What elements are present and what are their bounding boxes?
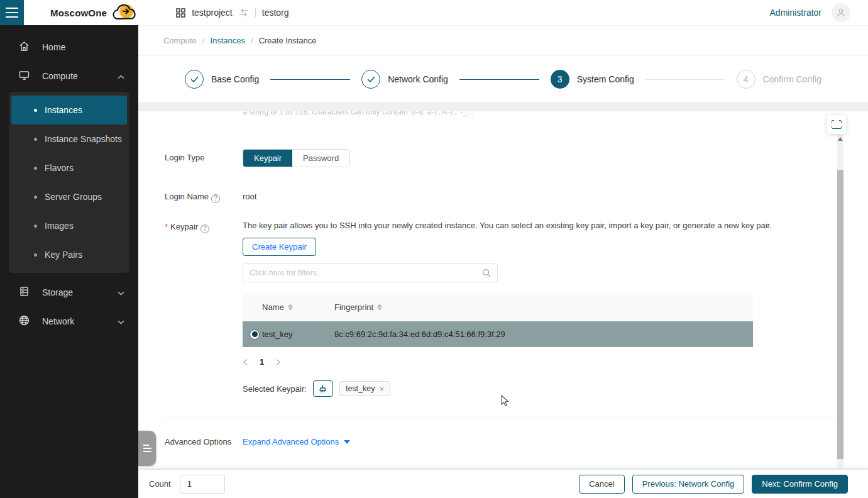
- caret-down-icon: [344, 440, 350, 444]
- sort-icon[interactable]: [288, 304, 293, 311]
- step-confirm-config[interactable]: 4 Confirm Config: [737, 70, 821, 89]
- step-base-config[interactable]: Base Config: [185, 70, 259, 89]
- bullet-icon: [34, 253, 37, 257]
- chevron-down-icon: [118, 287, 124, 297]
- vertical-scrollbar[interactable]: [837, 135, 843, 468]
- count-input[interactable]: [180, 475, 225, 494]
- advanced-options-row: Advanced Options Expand Advanced Options: [165, 433, 830, 447]
- sidebar-item-label: Flavors: [45, 163, 74, 173]
- sidebar: Home Compute Instances Instance Snapshot…: [0, 25, 138, 498]
- sidebar-item-label: Key Pairs: [45, 250, 82, 260]
- project-name[interactable]: testproject: [192, 8, 233, 18]
- sidebar-item-label: Images: [45, 221, 74, 231]
- step-connector: [459, 79, 539, 80]
- collapse-panel-icon: [143, 445, 151, 452]
- hostname-hint-clipped: a string of 1 to 128, characters can onl…: [243, 111, 473, 120]
- bullet-icon: [34, 138, 37, 141]
- login-type-label: Login Type: [165, 149, 243, 167]
- filter-input[interactable]: [250, 268, 482, 277]
- help-icon[interactable]: ?: [201, 224, 209, 233]
- cancel-button[interactable]: Cancel: [579, 475, 624, 494]
- brand: MoscowOne: [50, 3, 140, 23]
- sidebar-item-flavors[interactable]: Flavors: [11, 153, 127, 182]
- tag-label: test_key: [346, 384, 375, 393]
- sidebar-item-home[interactable]: Home: [0, 33, 138, 62]
- step-label: Confirm Config: [763, 74, 821, 84]
- step-label: Base Config: [211, 74, 259, 84]
- keypair-filter: [243, 263, 498, 282]
- next-step-button[interactable]: Next: Confirm Config: [752, 475, 848, 494]
- expand-advanced-options-link[interactable]: Expand Advanced Options: [243, 433, 350, 446]
- sidebar-item-label: Storage: [42, 287, 105, 297]
- switch-project-icon[interactable]: [239, 8, 249, 17]
- compute-submenu: Instances Instance Snapshots Flavors Ser…: [9, 92, 129, 273]
- sidebar-item-compute[interactable]: Compute: [0, 62, 138, 91]
- keypair-label: *Keypair?: [165, 218, 243, 397]
- person-icon: [836, 8, 846, 18]
- sidebar-item-instance-snapshots[interactable]: Instance Snapshots: [11, 124, 127, 153]
- keypair-row: *Keypair? The key pair allows you to SSH…: [165, 218, 830, 397]
- selected-keypair-label: Selected Keypair:: [243, 384, 307, 394]
- breadcrumb-instances-link[interactable]: Instances: [210, 36, 245, 45]
- sidebar-item-instances[interactable]: Instances: [11, 96, 127, 124]
- cloud-logo-icon: [111, 3, 140, 23]
- previous-step-button[interactable]: Previous: Network Config: [632, 475, 745, 494]
- search-icon[interactable]: [482, 268, 491, 277]
- scroll-up-icon[interactable]: [838, 137, 843, 141]
- table-row[interactable]: test_key 8c:c9:69:2c:9d:fa:34:ed:6d:d9:c…: [243, 321, 753, 347]
- compute-icon: [19, 70, 30, 82]
- drawer-handle[interactable]: [138, 431, 156, 466]
- page-number[interactable]: 1: [260, 357, 264, 367]
- step-label: Network Config: [388, 74, 448, 84]
- fullscreen-button[interactable]: [827, 115, 846, 134]
- sidebar-item-label: Instances: [45, 105, 82, 115]
- radio-selected-icon[interactable]: [250, 329, 260, 340]
- create-keypair-button[interactable]: Create Keypair: [243, 238, 316, 256]
- wizard-footer: Count Cancel Previous: Network Config Ne…: [138, 470, 868, 498]
- cell-name: test_key: [262, 329, 334, 339]
- sidebar-item-label: Home: [42, 42, 124, 52]
- brand-name: MoscowOne: [50, 8, 107, 18]
- chevron-up-icon: [118, 71, 124, 81]
- next-page-icon[interactable]: [275, 358, 281, 366]
- scrollbar-thumb[interactable]: [837, 170, 843, 459]
- home-icon: [19, 41, 30, 53]
- sidebar-item-storage[interactable]: Storage: [0, 278, 138, 307]
- breadcrumb: Compute / Instances / Create Instance: [138, 25, 868, 56]
- sidebar-item-label: Server Groups: [45, 192, 102, 202]
- avatar[interactable]: [832, 3, 850, 22]
- step-system-config[interactable]: 3 System Config: [551, 70, 634, 89]
- table-header: Name Fingerprint: [243, 293, 753, 321]
- help-icon[interactable]: ?: [211, 194, 220, 203]
- column-fingerprint: Fingerprint: [334, 302, 373, 312]
- check-icon: [185, 70, 204, 89]
- step-network-config[interactable]: Network Config: [361, 70, 448, 89]
- sidebar-item-network[interactable]: Network: [0, 307, 138, 336]
- globe-icon: [19, 315, 30, 328]
- sidebar-item-server-groups[interactable]: Server Groups: [11, 182, 127, 211]
- clear-selection-button[interactable]: [313, 380, 333, 397]
- hamburger-menu-icon[interactable]: [0, 0, 24, 25]
- prev-page-icon[interactable]: [243, 358, 248, 366]
- step-number: 3: [551, 70, 569, 89]
- chevron-down-icon: [118, 316, 124, 326]
- sidebar-item-label: Instance Snapshots: [45, 134, 122, 144]
- sidebar-item-key-pairs[interactable]: Key Pairs: [11, 240, 127, 269]
- project-switcher: testproject testorg: [176, 8, 288, 18]
- bullet-icon: [34, 196, 37, 199]
- tag-close-icon[interactable]: ×: [379, 384, 384, 394]
- sidebar-item-images[interactable]: Images: [11, 211, 127, 240]
- login-type-password-option[interactable]: Password: [292, 150, 349, 167]
- login-type-keypair-option[interactable]: Keypair: [243, 150, 292, 167]
- create-instance-screen: MoscowOne testproject testorg Administra…: [0, 0, 868, 498]
- selected-keypair-row: Selected Keypair: test_key ×: [243, 380, 830, 397]
- wizard-stepper: Base Config Network Config 3 System Conf…: [138, 56, 868, 102]
- login-type-segmented: Keypair Password: [243, 149, 350, 167]
- divider: [255, 8, 256, 17]
- broom-icon: [318, 384, 327, 394]
- sort-icon[interactable]: [377, 304, 382, 311]
- advanced-options-label: Advanced Options: [165, 433, 243, 447]
- user-role[interactable]: Administrator: [770, 8, 821, 18]
- check-icon: [361, 70, 380, 89]
- cell-fingerprint: 8c:c9:69:2c:9d:fa:34:ed:6d:d9:c4:51:66:f…: [334, 329, 753, 339]
